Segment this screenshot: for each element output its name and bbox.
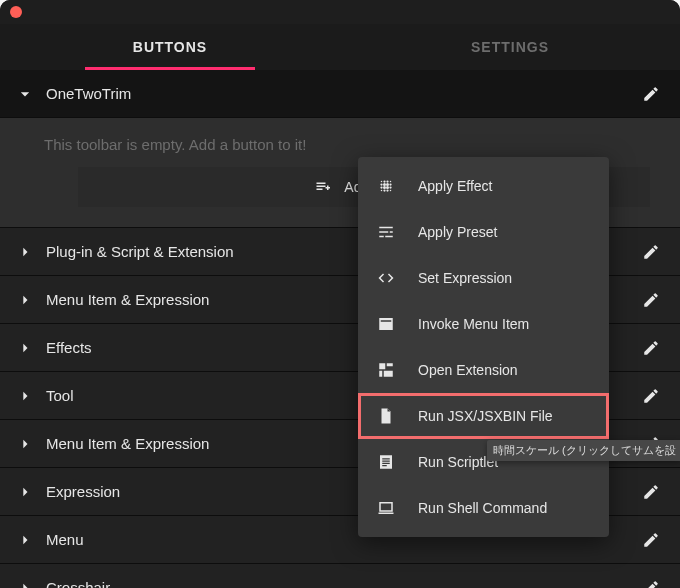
svg-point-15: [390, 190, 392, 192]
article-icon: [376, 452, 396, 472]
section-title: Plug-in & Script & Extension: [46, 243, 234, 260]
blur-icon: [376, 176, 396, 196]
menu-item[interactable]: Apply Effect: [358, 163, 609, 209]
edit-icon[interactable]: [640, 385, 662, 407]
menu-item-label: Invoke Menu Item: [418, 316, 529, 332]
svg-point-0: [381, 181, 383, 183]
edit-icon[interactable]: [640, 241, 662, 263]
section-title: Effects: [46, 339, 92, 356]
section-header[interactable]: Crosshair: [0, 564, 680, 588]
svg-point-9: [383, 186, 386, 189]
app-window: BUTTONS SETTINGS OneTwoTrim This toolbar…: [0, 0, 680, 588]
tab-settings[interactable]: SETTINGS: [340, 24, 680, 70]
playlist-add-icon: [314, 177, 334, 197]
edit-icon[interactable]: [640, 83, 662, 105]
svg-point-6: [386, 183, 389, 186]
edit-icon[interactable]: [640, 529, 662, 551]
menu-item-label: Run Shell Command: [418, 500, 547, 516]
close-window-button[interactable]: [10, 6, 22, 18]
chevron-right-icon: [14, 289, 36, 311]
svg-point-12: [381, 190, 383, 192]
chevron-right-icon: [14, 433, 36, 455]
svg-point-8: [380, 186, 382, 188]
tooltip: 時間スケール (クリックしてサムを設: [487, 440, 680, 461]
section-title: Expression: [46, 483, 120, 500]
section-title: Crosshair: [46, 579, 110, 588]
chevron-right-icon: [14, 385, 36, 407]
chevron-right-icon: [14, 529, 36, 551]
svg-point-3: [390, 181, 392, 183]
chevron-right-icon: [14, 481, 36, 503]
svg-point-14: [386, 189, 388, 191]
tabs-bar: BUTTONS SETTINGS: [0, 24, 680, 70]
section-title: Menu: [46, 531, 84, 548]
menu-item[interactable]: Run JSX/JSXBIN File: [358, 393, 609, 439]
tab-label: BUTTONS: [133, 39, 207, 55]
svg-point-10: [386, 186, 389, 189]
tab-buttons[interactable]: BUTTONS: [0, 24, 340, 70]
svg-point-2: [386, 180, 388, 182]
edit-icon[interactable]: [640, 577, 662, 589]
menu-item[interactable]: Apply Preset: [358, 209, 609, 255]
menu-item-label: Apply Effect: [418, 178, 492, 194]
section-title: OneTwoTrim: [46, 85, 131, 102]
menu-item[interactable]: Run Shell Command: [358, 485, 609, 531]
empty-toolbar-message: This toolbar is empty. Add a button to i…: [44, 136, 656, 153]
menu-item[interactable]: Open Extension: [358, 347, 609, 393]
chevron-right-icon: [14, 337, 36, 359]
svg-point-7: [389, 183, 391, 185]
code-icon: [376, 268, 396, 288]
edit-icon[interactable]: [640, 337, 662, 359]
svg-point-1: [383, 180, 385, 182]
titlebar: [0, 0, 680, 24]
menu-item[interactable]: Set Expression: [358, 255, 609, 301]
svg-point-11: [389, 186, 391, 188]
section-title: Menu Item & Expression: [46, 291, 209, 308]
edit-icon[interactable]: [640, 481, 662, 503]
menu-item[interactable]: Invoke Menu Item: [358, 301, 609, 347]
menu-item-label: Apply Preset: [418, 224, 497, 240]
svg-point-13: [383, 189, 385, 191]
menu-item-label: Set Expression: [418, 270, 512, 286]
section-title: Menu Item & Expression: [46, 435, 209, 452]
chevron-right-icon: [14, 577, 36, 589]
tab-label: SETTINGS: [471, 39, 549, 55]
file-icon: [376, 406, 396, 426]
chevron-right-icon: [14, 241, 36, 263]
laptop-icon: [376, 498, 396, 518]
svg-point-5: [383, 183, 386, 186]
dashboard-icon: [376, 360, 396, 380]
section-title: Tool: [46, 387, 74, 404]
add-button-action-menu[interactable]: Apply EffectApply PresetSet ExpressionIn…: [358, 157, 609, 537]
menu-item-label: Run JSX/JSXBIN File: [418, 408, 553, 424]
tune-icon: [376, 222, 396, 242]
edit-icon[interactable]: [640, 289, 662, 311]
chevron-down-icon: [14, 83, 36, 105]
svg-point-4: [380, 183, 382, 185]
menu-item-label: Open Extension: [418, 362, 518, 378]
section-header-onetwotrim[interactable]: OneTwoTrim: [0, 70, 680, 118]
menu-box-icon: [376, 314, 396, 334]
